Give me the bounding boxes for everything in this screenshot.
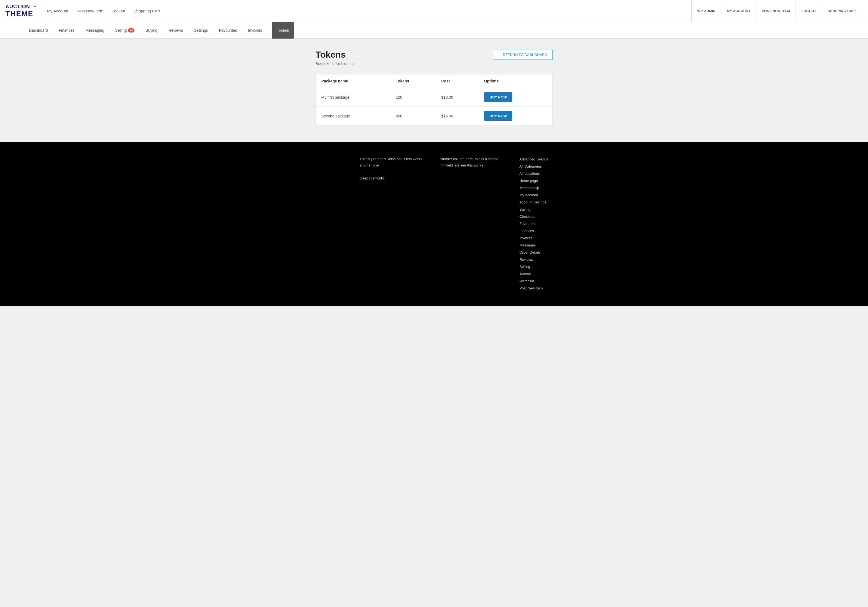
page-subtitle: Buy tokens for bidding [316,62,354,66]
footer-link[interactable]: Order Details [519,249,588,256]
footer-inner: This is just a test, letss see if this w… [269,156,599,292]
main-nav-my-account[interactable]: My Account [47,9,68,13]
main-nav: My Account Post New Item LogOut Shopping… [47,9,691,13]
tab-tokens[interactable]: Tokens [272,22,294,39]
tab-reviews[interactable]: Reviews [167,22,184,39]
footer-link[interactable]: Watchlist [519,278,588,285]
table-header-row: Package name Tokens Cost Options [316,75,552,88]
footer-col-4: Advanced SearchAll CategoriesAll Locatio… [519,156,588,292]
col-options: Options [479,75,552,88]
table-row: My first package 100 $10.00 BUY NOW [316,88,552,107]
footer-link[interactable]: Selling [519,263,588,270]
sub-nav: Dashboard Finances Messaging Selling 14 … [0,22,868,39]
logo-line2: THEME [6,10,33,18]
footer-link[interactable]: All Categories [519,163,588,170]
tab-favourites[interactable]: Favourites [218,22,238,39]
page-header: Tokens Buy tokens for bidding → RETURN T… [316,50,552,66]
cell-package-name: Second package [316,107,391,126]
cell-tokens: 200 [391,107,436,126]
secondary-nav-shopping-cart[interactable]: SHOPPING CART [822,0,862,22]
buy-now-button[interactable]: BUY NOW [484,111,513,121]
selling-badge: 14 [128,28,135,33]
footer-link[interactable]: My Account [519,192,588,199]
col-package-name: Package name [316,75,391,88]
tokens-table-wrapper: Package name Tokens Cost Options My firs… [316,74,552,126]
footer-text-2: This is just a test, letss see if this w… [360,156,428,182]
footer-link[interactable]: Post New Item [519,285,588,292]
logo-line1: AUCTION [6,4,33,10]
secondary-nav-wp-admin[interactable]: WP-ADMIN [691,0,721,22]
tab-buying[interactable]: Buying [144,22,159,39]
cell-cost: $10.00 [436,88,478,107]
footer-link[interactable]: Messages [519,242,588,249]
top-nav: AUCTION THEME ● My Account Post New Item… [0,0,868,22]
cell-package-name: My first package [316,88,391,107]
footer-link[interactable]: Tokens [519,270,588,278]
cell-options: BUY NOW [479,88,552,107]
footer-link[interactable]: Invoices [519,234,588,242]
main-nav-logout[interactable]: LogOut [112,9,125,13]
secondary-nav-logout[interactable]: LOGOUT [795,0,822,22]
footer-col-1 [280,156,349,292]
cell-options: BUY NOW [479,107,552,126]
tab-finances[interactable]: Finances [57,22,76,39]
tab-dashboard[interactable]: Dashboard [28,22,49,39]
col-cost: Cost [436,75,478,88]
footer-link[interactable]: Reviews [519,256,588,263]
tab-messaging[interactable]: Messaging [84,22,105,39]
main-content: Tokens Buy tokens for bidding → RETURN T… [0,50,868,126]
cell-cost: $15.00 [436,107,478,126]
tab-settings[interactable]: Settings [192,22,209,39]
table-row: Second package 200 $15.00 BUY NOW [316,107,552,126]
footer-col-3: Another column here, this is a sample ht… [440,156,508,292]
secondary-nav: WP-ADMIN MY ACCOUNT POST NEW ITEM LOGOUT… [691,0,862,22]
footer-link[interactable]: All Locations [519,170,588,177]
footer: This is just a test, letss see if this w… [0,142,868,306]
buy-now-button[interactable]: BUY NOW [484,92,513,102]
col-tokens: Tokens [391,75,436,88]
footer-col-2: This is just a test, letss see if this w… [360,156,428,292]
footer-text-3: Another column here, this is a sample ht… [440,156,508,169]
footer-link[interactable]: Favourites [519,220,588,227]
footer-link[interactable]: Advanced Search [519,156,588,163]
secondary-nav-post-new-item[interactable]: POST NEW ITEM [756,0,796,22]
footer-link[interactable]: Account Settings [519,199,588,206]
footer-link[interactable]: Buying [519,206,588,213]
footer-link[interactable]: Checkout [519,213,588,220]
tab-selling[interactable]: Selling 14 [114,22,136,39]
return-to-dashboard-button[interactable]: → RETURN TO DASHBOARD [493,50,552,60]
secondary-nav-my-account[interactable]: MY ACCOUNT [721,0,756,22]
footer-link[interactable]: Finances [519,227,588,234]
footer-link[interactable]: Membership [519,185,588,192]
footer-link[interactable]: Home page [519,177,588,185]
page-header-left: Tokens Buy tokens for bidding [316,50,354,66]
page-title: Tokens [316,50,354,60]
tab-invoices[interactable]: Invoices [246,22,264,39]
main-nav-post-new-item[interactable]: Post New Item [77,9,104,13]
logo-dot-icon: ● [34,5,36,8]
cell-tokens: 100 [391,88,436,107]
main-nav-shopping-cart[interactable]: Shopping Cart [134,9,160,13]
tokens-table: Package name Tokens Cost Options My firs… [316,75,552,125]
logo[interactable]: AUCTION THEME ● [6,4,36,18]
